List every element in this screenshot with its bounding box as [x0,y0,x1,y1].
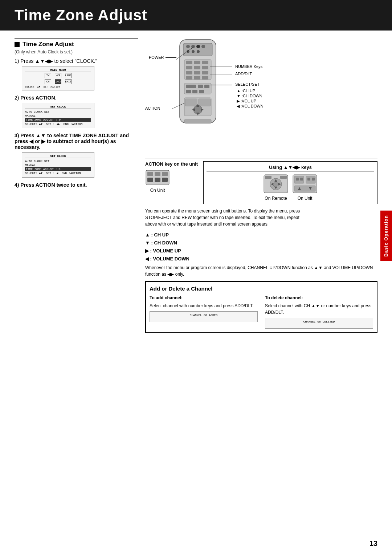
svg-rect-49 [162,178,168,182]
svg-rect-25 [204,85,209,88]
delete-title: To delete channel: [265,295,373,301]
remote-container: POWER NUMBER Keys ADD/DLT SELECT/SET ▲ :… [145,38,261,148]
remote-label-ch-down: ▼ :CH DOWN [237,94,262,98]
svg-rect-63 [300,178,303,181]
step-1-label: Press ▲▼◀▶ to select "CLOCK." [20,58,97,64]
svg-rect-30 [185,99,197,106]
menu-screen-2-title: SET CLOCK [25,105,91,109]
step-4: 4) Press ACTION twice to exit. [15,182,138,188]
step-2-label: 2) Press ACTION. [15,95,56,101]
svg-point-56 [273,182,278,187]
menu-screen-1: MAIN MENU TV VCR LANG CH CLOCK EXIT SELE… [22,66,94,90]
svg-rect-13 [186,66,192,69]
svg-rect-66 [294,186,315,191]
tv-icon: TV [45,73,51,78]
on-unit-svg-1 [145,170,170,186]
remote-label-power: POWER [149,55,176,60]
svg-rect-15 [202,66,208,69]
menu-screen-1-icons2: CH CLOCK EXIT [25,79,91,84]
add-screen: CHANNEL 08 ADDED [150,311,258,322]
black-square-icon [15,42,20,47]
svg-rect-65 [312,178,315,181]
menu-screen-3: SET CLOCK AUTO CLOCK SET MANUAL TIME ZON… [22,152,94,178]
section-subtitle: (Only when Auto Clock is set.) [15,49,138,54]
menu-screen-2: SET CLOCK AUTO CLOCK SET MANUAL TIME ZON… [22,103,94,128]
add-col: To add channel: Select channel with numb… [150,295,258,329]
svg-rect-21 [202,76,208,80]
page-number: 13 [369,539,377,548]
left-column: Time Zone Adjust (Only when Auto Clock i… [15,38,138,333]
action-description: You can operate the menu screen using un… [145,208,312,227]
divider [145,158,377,158]
using-keys-title: Using ▲▼◀▶ keys [207,165,374,172]
svg-rect-57 [265,176,271,179]
menu-screen-1-footer: SELECT: ▲▼ SET :ACTION [25,85,91,88]
svg-rect-37 [184,119,211,123]
key-ch-up: ▲ : CH UP [145,231,377,239]
exit-icon: EXIT [65,79,72,84]
action-key-col: ACTION key on the unit [145,161,203,195]
svg-point-7 [192,50,195,53]
delete-col: To delete channel: Select channel with C… [265,295,373,329]
add-delete-box: Add or Delete a Channel To add channel: … [145,281,377,333]
svg-rect-27 [192,90,197,93]
svg-rect-46 [162,172,168,176]
menu-screen-3-line1: AUTO CLOCK SET [25,159,91,163]
key-note: Whenever the menu or program screen is d… [145,264,377,278]
right-column: POWER NUMBER Keys ADD/DLT SELECT/SET ▲ :… [138,38,377,333]
svg-point-3 [191,45,195,48]
step-2: 2) Press ACTION. SET CLOCK AUTO CLOCK SE… [15,95,138,128]
ch-icon: CH [45,79,51,84]
remote-label-ch-up: ▲ :CH UP [237,89,255,93]
svg-rect-64 [307,178,310,181]
step-4-title: 4) Press ACTION twice to exit. [15,182,138,188]
menu-screen-3-line3: TIME ZONE ADJUST :+1 [25,167,91,171]
delete-screen: CHANNEL 08 DELETED [265,318,373,329]
svg-point-5 [201,45,205,48]
svg-rect-62 [296,178,299,181]
menu-screen-3-line2: MANUAL [25,163,91,167]
on-remote-label: On Remote [263,196,289,201]
step-3-title: 3) Press ▲▼ to select TIME ZONE ADJUST a… [15,133,138,150]
on-unit-box-1: On Unit [145,170,170,193]
svg-rect-44 [147,172,153,176]
menu-screen-2-footer: SELECT: ▲▼ SET : ◀▶ END :ACTION [25,122,91,126]
svg-rect-24 [198,85,203,88]
step-2-title: 2) Press ACTION. [15,95,138,101]
lang-icon: LANG [65,73,72,78]
step-1: 1) Press ▲▼◀▶ to select "CLOCK." MAIN ME… [15,58,138,90]
menu-screen-2-line2: MANUAL [25,114,91,118]
menu-footer-text: SELECT: ▲▼ SET :ACTION [25,85,60,88]
add-delete-title: Add or Delete a Channel [150,285,373,292]
add-title: To add channel: [150,295,258,301]
svg-point-8 [197,50,200,53]
key-vol-up: ▶ : VOLUME UP [145,247,377,255]
svg-rect-11 [194,61,200,64]
action-section: ACTION key on the unit [145,161,377,278]
svg-point-4 [196,45,200,48]
vcr-icon: VCR [55,73,61,78]
menu-screen-2-line1: AUTO CLOCK SET [25,110,91,114]
step-3: 3) Press ▲▼ to select TIME ZONE ADJUST a… [15,133,138,178]
svg-rect-23 [186,85,196,88]
clock-icon: CLOCK [55,79,61,84]
add-delete-content: To add channel: Select channel with numb… [150,295,373,329]
svg-rect-17 [194,71,200,74]
menu-screen-2-line3: TIME ZONE ADJUST : 0 [25,118,91,122]
page-title: Time Zone Adjust [15,7,377,24]
on-unit-box-2: On Unit [292,174,318,201]
key-vol-down: ◀ : VOLUME DOWN [145,255,377,263]
svg-rect-47 [147,178,153,182]
section-title-text: Time Zone Adjust [23,41,74,48]
on-remote-box: On Remote [263,174,289,201]
key-functions: ▲ : CH UP ▼ : CH DOWN ▶ : VOLUME UP ◀ : … [145,231,377,278]
svg-rect-10 [186,61,192,64]
svg-rect-19 [186,76,192,80]
svg-rect-28 [199,90,204,93]
on-unit-label-2: On Unit [292,196,318,201]
svg-rect-58 [280,176,287,179]
svg-rect-12 [202,61,208,64]
unit-buttons-diagram: On Unit [145,170,203,193]
svg-point-2 [186,45,190,48]
on-remote-svg [263,174,289,194]
